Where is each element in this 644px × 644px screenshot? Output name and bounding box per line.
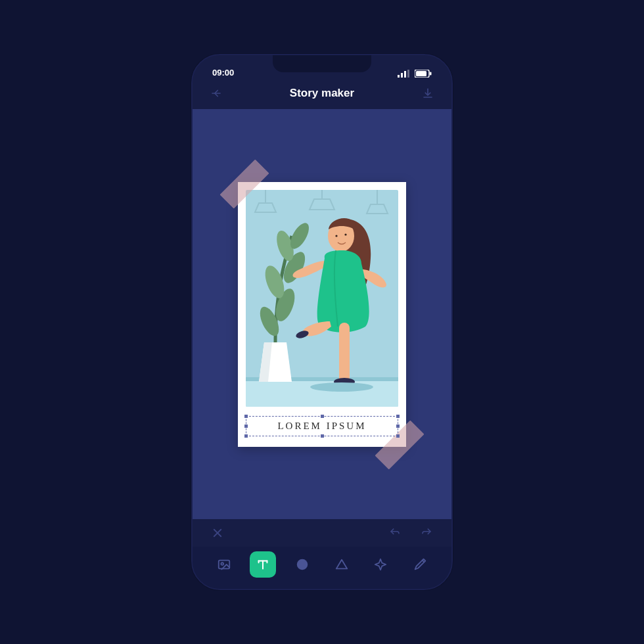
battery-icon	[415, 70, 432, 78]
back-button[interactable]	[207, 84, 225, 103]
caption-text: LOREM IPSUM	[277, 421, 366, 431]
svg-point-28	[221, 563, 223, 565]
undo-button[interactable]	[386, 524, 404, 542]
svg-rect-6	[430, 72, 432, 76]
download-button[interactable]	[419, 84, 437, 103]
svg-point-24	[310, 382, 373, 392]
svg-point-21	[344, 233, 346, 235]
tool-sticker[interactable]	[289, 551, 315, 578]
tool-bar	[193, 547, 451, 589]
status-time: 09:00	[212, 68, 234, 78]
close-button[interactable]	[208, 524, 227, 542]
tool-shape[interactable]	[329, 551, 355, 578]
tool-color-picker[interactable]	[407, 551, 433, 578]
notch	[273, 55, 371, 72]
story-canvas[interactable]: LOREM IPSUM	[193, 109, 451, 519]
polaroid-frame[interactable]: LOREM IPSUM	[238, 182, 406, 447]
tool-image[interactable]	[211, 551, 237, 578]
svg-rect-2	[404, 71, 406, 78]
action-bar	[193, 519, 451, 547]
svg-point-20	[335, 235, 337, 237]
svg-rect-1	[401, 73, 403, 78]
svg-rect-3	[407, 70, 409, 78]
redo-button[interactable]	[417, 524, 436, 542]
caption-text-input[interactable]: LOREM IPSUM	[246, 416, 398, 436]
app-header: Story maker	[193, 78, 451, 109]
tool-text[interactable]	[250, 551, 276, 578]
svg-rect-5	[416, 71, 426, 76]
page-title: Story maker	[290, 87, 354, 100]
signal-icon	[398, 70, 409, 78]
tool-effects[interactable]	[367, 551, 394, 578]
svg-point-29	[297, 559, 308, 570]
phone-frame: 09:00 Story maker	[191, 54, 453, 590]
story-image[interactable]	[246, 190, 398, 407]
